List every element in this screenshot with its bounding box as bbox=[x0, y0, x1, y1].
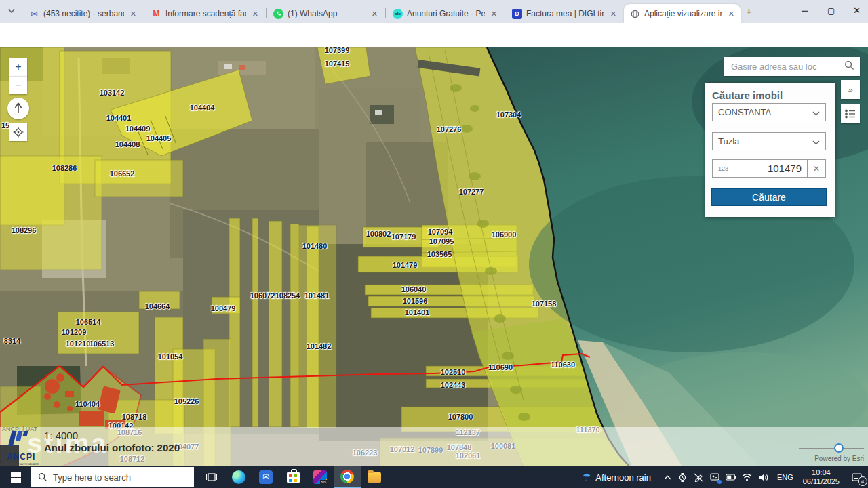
address-search-placeholder: Găsire adresă sau loc bbox=[724, 62, 844, 72]
tab-separator bbox=[266, 8, 267, 18]
store-icon[interactable] bbox=[279, 466, 307, 488]
volume-icon[interactable] bbox=[755, 466, 773, 488]
tab-close-icon[interactable]: ✕ bbox=[726, 9, 736, 18]
legend-icon bbox=[845, 109, 856, 119]
gmail-m-icon: M bbox=[151, 9, 161, 19]
locate-me-button[interactable] bbox=[9, 123, 27, 141]
window-close-button[interactable]: ✕ bbox=[853, 5, 861, 16]
tab-title: (453 necitite) - serbancea7 bbox=[43, 9, 124, 18]
esri-attribution: Powered by Esri bbox=[814, 455, 864, 462]
tray-expand-icon[interactable] bbox=[660, 466, 675, 488]
tab-separator bbox=[385, 8, 386, 18]
teams-icon[interactable] bbox=[707, 466, 723, 488]
battery-icon[interactable] bbox=[723, 466, 739, 488]
collapse-panel-button[interactable]: » bbox=[841, 80, 860, 99]
tab-whatsapp[interactable]: (1) WhatsApp ✕ bbox=[267, 4, 384, 23]
locality-select[interactable]: Tuzla bbox=[712, 132, 826, 150]
search-parcel-panel: Căutare imobil CONSTANTA Tuzla 123 10147… bbox=[705, 83, 835, 217]
whatsapp-icon bbox=[273, 9, 283, 19]
zoom-out-button[interactable]: − bbox=[9, 76, 27, 94]
teams-status-dot bbox=[717, 480, 722, 484]
weather-icon[interactable]: ☂ bbox=[578, 466, 595, 488]
compass-north-button[interactable] bbox=[7, 98, 29, 119]
county-value: CONSTANTA bbox=[713, 107, 812, 117]
new-tab-button[interactable]: + bbox=[746, 5, 752, 17]
tab-close-icon[interactable]: ✕ bbox=[128, 9, 138, 18]
office-365-icon[interactable]: 365 bbox=[307, 466, 334, 488]
taskbar-search-placeholder: Type here to search bbox=[53, 472, 131, 483]
map-scale: 1: 4000 bbox=[44, 430, 78, 441]
edge-icon[interactable] bbox=[225, 466, 252, 488]
globe-icon bbox=[630, 9, 640, 19]
tab-close-icon[interactable]: ✕ bbox=[250, 9, 260, 18]
locality-value: Tuzla bbox=[713, 136, 812, 146]
ancpi-logo-text: ANCPI bbox=[7, 452, 35, 462]
tab-separator bbox=[144, 8, 144, 18]
chevron-down-icon bbox=[812, 136, 825, 148]
task-view-button[interactable] bbox=[198, 466, 225, 488]
tab-search-icon[interactable] bbox=[7, 6, 20, 17]
digi-icon: D bbox=[512, 9, 522, 19]
tab-title: (1) WhatsApp bbox=[288, 9, 366, 18]
ancpi-logo: ANCPI AGENȚIA NAȚIONALĂ DE CADASTRU ȘI P… bbox=[7, 430, 45, 465]
zoom-in-button[interactable]: + bbox=[9, 58, 27, 76]
tab-close-icon[interactable]: ✕ bbox=[608, 9, 618, 18]
county-select[interactable]: CONSTANTA bbox=[712, 103, 826, 121]
locate-icon bbox=[13, 127, 24, 138]
north-arrow-icon bbox=[13, 102, 24, 115]
tab-title: Anunturi Gratuite - Peste 4 bbox=[407, 9, 485, 18]
mail-icon[interactable]: ✉ bbox=[252, 466, 279, 488]
language-indicator[interactable]: ENG bbox=[777, 473, 793, 481]
tab-gmail-message[interactable]: M Informare scadență factur ✕ bbox=[145, 4, 264, 23]
address-search-box[interactable]: Găsire adresă sau loc bbox=[724, 57, 860, 76]
file-explorer-icon[interactable] bbox=[361, 466, 388, 488]
chevron-down-icon bbox=[812, 106, 825, 119]
tab-title: Aplicație vizualizare imobi bbox=[644, 9, 722, 18]
gmail-envelope-icon: ✉ bbox=[29, 9, 39, 19]
tab-close-icon[interactable]: ✕ bbox=[370, 9, 380, 18]
tab-gmail-inbox[interactable]: ✉ (453 necitite) - serbancea7 ✕ bbox=[23, 4, 142, 23]
taskbar: Type here to search ✉ 365 bbox=[0, 466, 868, 488]
tab-olx[interactable]: olx Anunturi Gratuite - Peste 4 ✕ bbox=[387, 4, 503, 23]
ortho-year: Anul zborului ortofoto: 2020 bbox=[44, 442, 180, 453]
clock-date: 06/11/2025 bbox=[803, 477, 840, 486]
tab-separator bbox=[505, 8, 505, 18]
tab-title: Informare scadență factur bbox=[165, 9, 246, 18]
legend-button[interactable] bbox=[841, 104, 860, 123]
clear-input-icon[interactable]: ✕ bbox=[807, 160, 825, 177]
tab-strip: ✉ (453 necitite) - serbancea7 ✕ M Inform… bbox=[0, 0, 868, 23]
browser-toolbar: ← → ⟳ geoportal.ancpi.ro/imobile.html ☆ … bbox=[0, 23, 868, 48]
parcel-number-value: 101479 bbox=[738, 163, 807, 174]
tab-active-geoportal[interactable]: Aplicație vizualizare imobi ✕ bbox=[624, 4, 741, 23]
zoom-slider-handle[interactable] bbox=[834, 443, 844, 453]
office-badge: 365 bbox=[320, 480, 327, 484]
notification-badge: 4 bbox=[858, 476, 867, 486]
notification-center-icon[interactable]: 4 bbox=[845, 466, 868, 488]
pen-disabled-icon[interactable] bbox=[690, 466, 707, 488]
weather-text[interactable]: Afternoon rain bbox=[595, 472, 651, 483]
search-button[interactable]: Căutare bbox=[711, 188, 827, 206]
tab-title: Factura mea | DIGI tine pas bbox=[526, 9, 604, 18]
window-minimize-button[interactable]: ─ bbox=[802, 5, 808, 16]
panel-title: Căutare imobil bbox=[712, 89, 783, 101]
watch-icon[interactable] bbox=[675, 466, 690, 488]
taskbar-search-box[interactable]: Type here to search bbox=[31, 467, 194, 487]
window-maximize-button[interactable]: ▢ bbox=[827, 6, 835, 16]
numeric-field-icon: 123 bbox=[713, 165, 738, 172]
chrome-icon-active[interactable] bbox=[334, 466, 361, 488]
search-icon bbox=[38, 472, 47, 482]
olx-icon: olx bbox=[393, 9, 403, 19]
wifi-icon[interactable] bbox=[739, 466, 755, 488]
start-button[interactable] bbox=[0, 466, 31, 488]
search-icon[interactable] bbox=[844, 60, 860, 73]
clock-time: 10:04 bbox=[803, 468, 840, 477]
tab-close-icon[interactable]: ✕ bbox=[489, 9, 499, 18]
clock[interactable]: 10:04 06/11/2025 bbox=[803, 468, 840, 486]
zoom-slider-track[interactable] bbox=[799, 448, 864, 449]
tab-digi[interactable]: D Factura mea | DIGI tine pas ✕ bbox=[506, 4, 623, 23]
parcel-number-input[interactable]: 123 101479 ✕ bbox=[712, 159, 826, 178]
